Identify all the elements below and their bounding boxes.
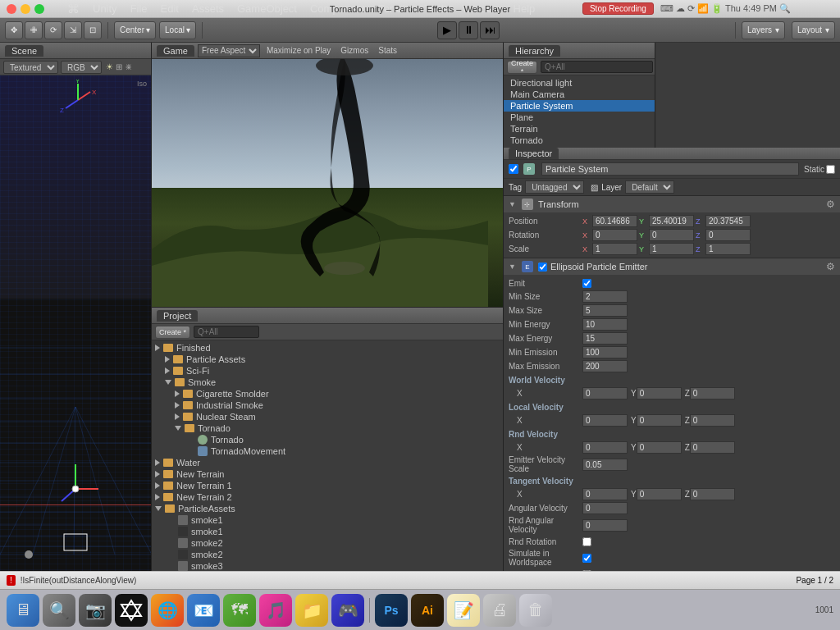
list-item[interactable]: Finished — [152, 342, 503, 354]
rnd-rotation-checkbox[interactable] — [582, 537, 591, 546]
project-tab[interactable]: Project — [157, 310, 198, 322]
max-emission-input[interactable] — [582, 360, 628, 372]
min-size-input[interactable] — [582, 290, 628, 303]
tangent-velocity-z[interactable] — [690, 488, 735, 500]
menu-gameobject[interactable]: GameObject — [231, 1, 304, 16]
game-tab[interactable]: Game — [157, 45, 194, 57]
world-velocity-x[interactable] — [582, 387, 628, 399]
hier-search[interactable] — [541, 61, 653, 73]
aspect-dropdown[interactable]: Free Aspect — [198, 44, 260, 57]
emit-checkbox[interactable] — [582, 279, 591, 288]
hier-item-directional-light[interactable]: Directional light — [504, 77, 655, 89]
gizmos-btn[interactable]: Gizmos — [337, 46, 372, 55]
list-item[interactable]: Tornado — [152, 434, 503, 445]
menu-edit[interactable]: Edit — [154, 1, 185, 16]
menu-file[interactable]: File — [124, 1, 154, 16]
stats-btn[interactable]: Stats — [375, 46, 400, 55]
traffic-light-red[interactable] — [7, 4, 16, 14]
move-tool[interactable]: ✙ — [25, 21, 43, 39]
menu-assets[interactable]: Assets — [185, 1, 231, 16]
tangent-velocity-x[interactable] — [582, 488, 628, 500]
local-velocity-y[interactable] — [637, 414, 682, 427]
hier-item-tornado[interactable]: Tornado — [504, 135, 655, 146]
dock-item-notes[interactable]: 📝 — [447, 594, 480, 627]
layout-dropdown[interactable]: Layout ▾ — [792, 21, 835, 39]
rotation-y[interactable] — [649, 229, 694, 241]
dock-item-maps[interactable]: 🗺 — [223, 594, 256, 627]
max-energy-input[interactable] — [582, 332, 628, 345]
dock-item-music[interactable]: 🎵 — [259, 594, 292, 627]
project-search[interactable] — [194, 326, 259, 338]
rnd-velocity-y[interactable] — [637, 441, 682, 454]
local-velocity-x[interactable] — [582, 414, 628, 427]
list-item[interactable]: New Terrain 2 — [152, 491, 503, 503]
layers-dropdown[interactable]: Layers ▾ — [742, 21, 785, 39]
rotation-x[interactable] — [592, 229, 637, 241]
hand-tool[interactable]: ✥ — [5, 21, 23, 39]
dock-item-illustrator[interactable]: Ai — [411, 594, 444, 627]
rnd-angular-velocity-input[interactable] — [582, 519, 628, 532]
list-item[interactable]: New Terrain 1 — [152, 480, 503, 491]
list-item[interactable]: Tornado — [152, 422, 503, 434]
hierarchy-tab[interactable]: Hierarchy — [509, 45, 560, 57]
static-checkbox[interactable] — [826, 165, 835, 174]
checkbox-active[interactable] — [509, 164, 518, 174]
ellipsoid-gear-btn[interactable]: ⚙ — [826, 261, 835, 272]
max-size-input[interactable] — [582, 304, 628, 317]
emitter-vel-scale-input[interactable] — [582, 459, 628, 471]
list-item[interactable]: smoke2 — [152, 549, 503, 560]
dock-item-search[interactable]: 🔍 — [43, 594, 75, 627]
min-energy-input[interactable] — [582, 318, 628, 331]
list-item[interactable]: Particle Assets — [152, 354, 503, 365]
list-item[interactable]: Industrial Smoke — [152, 399, 503, 411]
local-velocity-z[interactable] — [690, 414, 735, 427]
one-shot-checkbox[interactable] — [582, 570, 591, 572]
list-item[interactable]: smoke1 — [152, 526, 503, 537]
scene-tab[interactable]: Scene — [5, 45, 43, 57]
dock-item-trash[interactable]: 🗑 — [519, 594, 552, 627]
list-item[interactable]: Water — [152, 457, 503, 468]
step-button[interactable]: ⏭ — [480, 21, 500, 39]
pivot-btn[interactable]: Center ▾ — [114, 21, 156, 39]
project-create-btn[interactable]: Create * — [155, 326, 190, 339]
tag-dropdown[interactable]: Untagged — [525, 180, 584, 194]
position-x[interactable] — [592, 215, 637, 227]
simulate-worldspace-checkbox[interactable] — [582, 554, 591, 563]
space-btn[interactable]: Local ▾ — [159, 21, 196, 39]
scale-x[interactable] — [592, 243, 637, 255]
scene-color-mode[interactable]: RGB — [61, 61, 102, 74]
min-emission-input[interactable] — [582, 346, 628, 358]
hier-create-btn[interactable]: Create * — [507, 61, 537, 74]
angular-velocity-input[interactable] — [582, 502, 628, 514]
dock-item-unity[interactable] — [115, 594, 148, 627]
list-item[interactable]: smoke1 — [152, 514, 503, 526]
list-item[interactable]: Cigarette Smolder — [152, 388, 503, 399]
inspector-tab[interactable]: Inspector — [509, 148, 559, 159]
error-badge[interactable]: ! — [7, 575, 16, 586]
dock-item-photos[interactable]: 📁 — [295, 594, 328, 627]
list-item[interactable]: ParticleAssets — [152, 503, 503, 514]
dock-item-printer[interactable]: 🖨 — [483, 594, 516, 627]
menu-help[interactable]: Help — [507, 1, 542, 16]
list-item[interactable]: Smoke — [152, 377, 503, 388]
pause-button[interactable]: ⏸ — [459, 21, 478, 39]
rotation-z[interactable] — [705, 229, 751, 241]
hier-item-particle-system[interactable]: Particle System — [504, 100, 655, 112]
list-item[interactable]: Nuclear Steam — [152, 411, 503, 422]
play-button[interactable]: ▶ — [437, 21, 457, 39]
hier-item-plane[interactable]: Plane — [504, 112, 655, 123]
tangent-velocity-y[interactable] — [637, 488, 682, 500]
rotate-tool[interactable]: ⟳ — [44, 21, 62, 39]
maximize-btn[interactable]: Maximize on Play — [263, 46, 334, 55]
menu-apple[interactable]: ⌘ — [61, 0, 86, 18]
scale-z[interactable] — [705, 243, 751, 255]
scene-3d-view[interactable]: X Y Z Iso — [0, 75, 151, 571]
world-velocity-y[interactable] — [637, 387, 682, 399]
scene-view-mode[interactable]: Textured — [3, 61, 58, 74]
list-item[interactable]: New Terrain — [152, 468, 503, 480]
hier-item-main-camera[interactable]: Main Camera — [504, 89, 655, 100]
list-item[interactable]: TornadoMovement — [152, 445, 503, 457]
dock-item-camera[interactable]: 📷 — [79, 594, 112, 627]
component-name-field[interactable] — [541, 162, 799, 176]
rect-tool[interactable]: ⊡ — [84, 21, 102, 39]
